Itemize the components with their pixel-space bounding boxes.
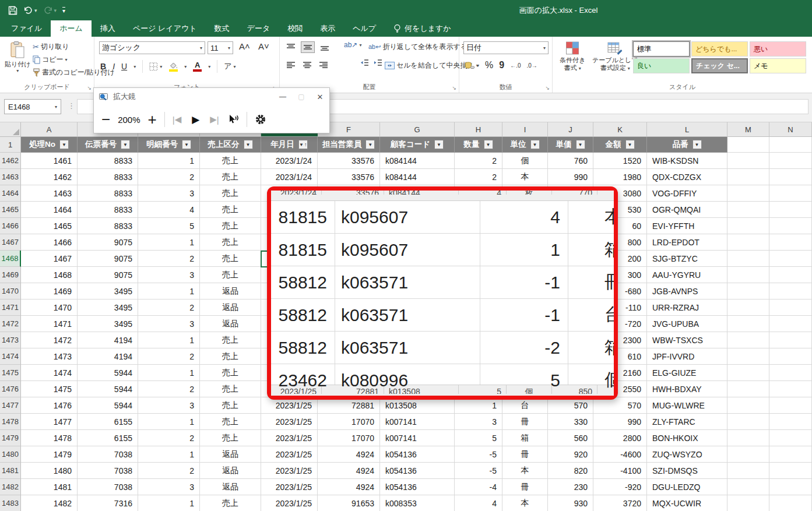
tab-file[interactable]: ファイル (2, 20, 51, 37)
tab-formulas[interactable]: 数式 (206, 20, 238, 37)
cell[interactable] (727, 234, 769, 251)
cell[interactable] (727, 446, 769, 463)
cell[interactable]: 売上 (200, 495, 261, 511)
cell[interactable]: 3495 (78, 316, 138, 332)
cell[interactable]: SZI-DMSQS (647, 463, 727, 479)
cell[interactable]: 570 (548, 397, 593, 414)
cell[interactable] (727, 202, 769, 218)
row-header-1475[interactable]: 1475 (0, 365, 21, 381)
column-header-J[interactable]: J (548, 122, 593, 137)
column-header-N[interactable]: N (769, 122, 812, 137)
row-header-1464[interactable]: 1464 (0, 185, 21, 202)
paste-dropdown-icon[interactable]: ▾ (16, 68, 19, 73)
cell[interactable]: 3 (138, 316, 200, 332)
cell[interactable]: HWH-BDXAY (647, 381, 727, 397)
cell[interactable] (769, 137, 812, 153)
currency-dropdown-icon[interactable]: ▾ (477, 63, 479, 68)
cell[interactable]: 2 (138, 348, 200, 365)
cell[interactable]: 売上 (200, 169, 261, 185)
tab-review[interactable]: 校閲 (279, 20, 311, 37)
valign-middle-icon[interactable] (301, 41, 315, 53)
column-header-L[interactable]: L (647, 122, 727, 137)
cell[interactable]: 1468 (21, 267, 78, 283)
cell[interactable]: 冊 (502, 446, 548, 463)
cell-style-2[interactable]: どちらでも... (691, 41, 748, 57)
row-header-1465[interactable]: 1465 (0, 202, 21, 218)
underline-dropdown-icon[interactable]: ▾ (133, 64, 136, 69)
cell[interactable]: 2 (138, 299, 200, 316)
cell-style-3[interactable]: 悪い (750, 41, 806, 57)
cell[interactable]: MQX-UCWIR (647, 495, 727, 511)
copy-dropdown-icon[interactable]: ▾ (65, 57, 68, 62)
cell[interactable]: 2 (455, 153, 502, 169)
tab-insert[interactable]: 挿入 (92, 20, 124, 37)
row-header-1478[interactable]: 1478 (0, 414, 21, 430)
cell[interactable] (769, 299, 812, 316)
cell[interactable]: -4100 (593, 463, 647, 479)
row-header-1463[interactable]: 1463 (0, 169, 21, 185)
row-header-1[interactable]: 1 (0, 137, 21, 153)
cell[interactable]: 570 (593, 397, 647, 414)
cell[interactable]: 4924 (318, 463, 380, 479)
tab-page-layout[interactable]: ページ レイアウト (124, 20, 206, 37)
number-dialog-launcher-icon[interactable]: ↘ (545, 85, 550, 91)
table-header-7[interactable]: 顧客コード▼ (380, 137, 455, 153)
cell[interactable]: 返品 (200, 299, 261, 316)
increase-indent-icon[interactable] (374, 59, 382, 66)
cell[interactable]: 1 (138, 283, 200, 299)
cell[interactable]: 8833 (78, 202, 138, 218)
cell[interactable]: AAU-YGYRU (647, 267, 727, 283)
cell[interactable] (727, 479, 769, 495)
cell[interactable]: 8833 (78, 185, 138, 202)
cell[interactable]: 1 (138, 365, 200, 381)
cell[interactable]: 売上 (200, 397, 261, 414)
format-as-table-button[interactable]: テーブルとして 書式設定 ▾ (592, 41, 638, 71)
cell[interactable]: 17070 (318, 414, 380, 430)
row-header-1462[interactable]: 1462 (0, 153, 21, 169)
cell-style-6[interactable]: メモ (750, 58, 806, 73)
cell[interactable]: 4194 (78, 348, 138, 365)
format-as-table-dropdown-icon[interactable]: ▾ (628, 66, 630, 71)
zoom-out-button[interactable]: − (101, 111, 110, 129)
cell[interactable]: 5 (138, 218, 200, 234)
table-header-6[interactable]: 担当営業員▼ (318, 137, 380, 153)
cell[interactable]: 2 (138, 463, 200, 479)
cell[interactable]: 売上 (200, 365, 261, 381)
cell[interactable]: 返品 (200, 463, 261, 479)
column-header-G[interactable]: G (380, 122, 455, 137)
underline-button[interactable]: U (121, 62, 127, 71)
cell[interactable]: 1466 (21, 234, 78, 251)
fill-color-button[interactable] (168, 62, 178, 72)
cell[interactable]: 売上 (200, 332, 261, 348)
cell[interactable] (769, 495, 812, 511)
valign-bottom-icon[interactable] (318, 42, 331, 52)
cell[interactable] (727, 185, 769, 202)
cell[interactable]: 3720 (593, 495, 647, 511)
cell[interactable]: JVG-UPUBA (647, 316, 727, 332)
cell-style-5[interactable]: チェック セ... (691, 58, 748, 73)
orientation-dropdown-icon[interactable]: ▾ (359, 43, 361, 48)
row-header-1472[interactable]: 1472 (0, 316, 21, 332)
alignment-dialog-launcher-icon[interactable]: ↘ (452, 85, 456, 91)
orientation-button[interactable]: ab↗ ▾ (344, 41, 361, 49)
cell[interactable]: 2 (455, 169, 502, 185)
cell[interactable]: k054136 (380, 463, 455, 479)
cell[interactable] (727, 365, 769, 381)
cell[interactable]: 売上 (200, 251, 261, 267)
cell[interactable]: k084144 (380, 153, 455, 169)
cell[interactable]: 1464 (21, 202, 78, 218)
row-header-1469[interactable]: 1469 (0, 267, 21, 283)
cell[interactable]: JGB-AVNPS (647, 283, 727, 299)
cell[interactable]: 1461 (21, 153, 78, 169)
zoom-in-button[interactable]: + (148, 111, 157, 129)
cell[interactable]: 2023/1/24 (261, 169, 318, 185)
cell[interactable]: 7316 (78, 495, 138, 511)
cell[interactable]: 8833 (78, 169, 138, 185)
cell[interactable]: ZLY-FTARC (647, 414, 727, 430)
cell[interactable]: 1 (455, 397, 502, 414)
bold-button[interactable]: B (100, 62, 106, 71)
cell[interactable]: WBW-TSXCS (647, 332, 727, 348)
cell[interactable]: 売上 (200, 234, 261, 251)
align-center-icon[interactable] (301, 60, 314, 71)
column-header-K[interactable]: K (593, 122, 647, 137)
